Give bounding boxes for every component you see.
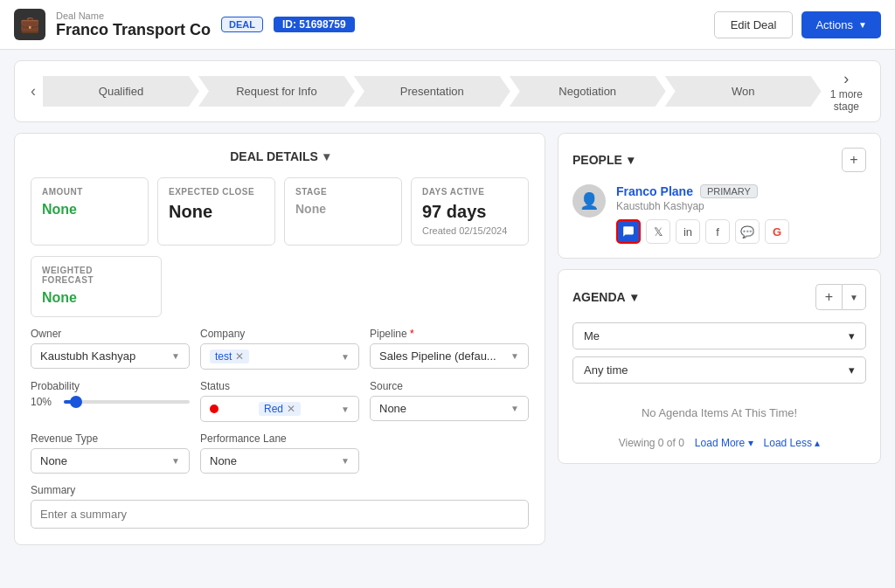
stage-presentation[interactable]: Presentation [354, 76, 510, 107]
probability-value: 10% [31, 396, 57, 408]
agenda-filter-time[interactable]: Any time ▾ [572, 356, 866, 384]
id-badge: ID: 51698759 [274, 17, 355, 32]
agenda-header: AGENDA ▾ + ▼ [572, 284, 866, 310]
summary-label: Summary [31, 484, 529, 496]
stage-value: None [295, 202, 391, 216]
agenda-card: AGENDA ▾ + ▼ Me ▾ Any time ▾ No Agenda I… [558, 269, 881, 464]
status-group: Status Red ✕ ▼ [200, 380, 359, 422]
facebook-icon[interactable]: f [705, 219, 730, 244]
more-stages[interactable]: › 1 more stage [822, 70, 871, 113]
add-agenda-dropdown-button[interactable]: ▼ [842, 284, 866, 310]
revenue-type-value: None [40, 454, 67, 467]
chevron-down-icon: ▼ [510, 404, 519, 413]
company-label: Company [200, 328, 359, 340]
company-group: Company test ✕ ▼ [200, 328, 359, 370]
revenue-type-select[interactable]: None ▼ [31, 448, 190, 474]
actions-button[interactable]: Actions ▼ [801, 11, 881, 38]
header-title-block: Deal Name Franco Transport Co [56, 10, 211, 39]
people-card: PEOPLE ▾ + 👤 Franco Plane PRIMARY Kaustu… [558, 133, 881, 259]
avatar: 👤 [572, 184, 606, 218]
add-agenda-button-group: + ▼ [815, 284, 866, 310]
deal-name: Franco Transport Co [56, 21, 211, 39]
owner-select[interactable]: Kaustubh Kashyap ▼ [31, 343, 190, 369]
owner-label: Owner [31, 328, 190, 340]
probability-label: Probability [31, 380, 190, 392]
actions-label: Actions [815, 18, 853, 31]
primary-badge: PRIMARY [700, 184, 758, 198]
amount-label: AMOUNT [42, 187, 137, 197]
agenda-filter-time-label: Any time [584, 363, 628, 377]
more-stages-label: 1 more [830, 88, 863, 100]
stage-won[interactable]: Won [665, 76, 822, 107]
performance-lane-select[interactable]: None ▼ [200, 448, 359, 474]
created-date: Created 02/15/2024 [422, 225, 517, 236]
status-label: Status [200, 380, 359, 392]
google-icon[interactable]: G [765, 219, 789, 244]
linkedin-icon[interactable]: in [676, 219, 700, 244]
weighted-forecast-metric[interactable]: WEIGHTEDFORECAST None [31, 256, 162, 317]
expected-close-metric[interactable]: EXPECTED CLOSE None [157, 177, 275, 246]
probability-group: Probability 10% [31, 380, 190, 408]
more-stages-sub: stage [834, 100, 859, 113]
pipeline-select[interactable]: Sales Pipeline (defau... ▼ [370, 343, 529, 369]
status-select[interactable]: Red ✕ ▼ [200, 396, 359, 422]
chevron-down-icon: ▼ [341, 456, 350, 466]
performance-lane-group: Performance Lane None ▼ [200, 432, 359, 474]
pipeline-value: Sales Pipeline (defau... [379, 349, 496, 363]
form-row-owner: Owner Kaustubh Kashyap ▼ Company test ✕ … [31, 328, 529, 370]
deal-details-title-text: DEAL DETAILS [230, 149, 318, 163]
revenue-type-label: Revenue Type [31, 432, 190, 445]
chevron-down-icon: ▾ [631, 290, 637, 304]
deal-badge: DEAL [221, 17, 263, 32]
chevron-down-icon: ▾ [323, 149, 330, 163]
load-less-link[interactable]: Load Less ▴ [764, 437, 821, 449]
right-panel: PEOPLE ▾ + 👤 Franco Plane PRIMARY Kaustu… [558, 133, 881, 545]
amount-value: None [42, 202, 137, 218]
chat-icon[interactable]: 💬 [735, 219, 760, 244]
owner-value: Kaustubh Kashyap [40, 349, 135, 363]
load-more-text: Load More [695, 437, 745, 449]
pipeline-prev-button[interactable]: ‹ [24, 82, 43, 100]
people-title-text: PEOPLE [572, 153, 622, 167]
edit-deal-button[interactable]: Edit Deal [714, 11, 794, 38]
metrics-row-1: AMOUNT None EXPECTED CLOSE None STAGE No… [31, 177, 529, 246]
amount-metric[interactable]: AMOUNT None [31, 177, 149, 246]
header-right: Edit Deal Actions ▼ [714, 11, 881, 38]
sms-icon[interactable] [616, 219, 641, 244]
person-name[interactable]: Franco Plane [616, 184, 693, 198]
header: 💼 Deal Name Franco Transport Co DEAL ID:… [0, 0, 895, 50]
stage-negotiation[interactable]: Negotiation [510, 76, 666, 107]
chevron-right-icon: › [843, 70, 849, 88]
source-group: Source None ▼ [370, 380, 529, 421]
person-subtitle: Kaustubh Kashyap [616, 200, 866, 212]
stage-qualified[interactable]: Qualified [43, 76, 199, 107]
add-agenda-button[interactable]: + [815, 284, 842, 310]
company-select[interactable]: test ✕ ▼ [200, 343, 359, 370]
probability-slider-thumb[interactable] [70, 396, 82, 408]
agenda-filter-me[interactable]: Me ▾ [572, 322, 866, 349]
load-more-link[interactable]: Load More ▾ [695, 437, 753, 449]
chevron-down-icon: ▼ [510, 351, 519, 361]
stage-metric[interactable]: STAGE None [284, 177, 402, 246]
performance-lane-value: None [210, 454, 237, 467]
deal-label: Deal Name [56, 10, 211, 21]
pipeline-group: Pipeline * Sales Pipeline (defau... ▼ [370, 328, 529, 369]
form-row-revenue: Revenue Type None ▼ Performance Lane Non… [31, 432, 529, 474]
days-active-value: 97 days [422, 202, 517, 222]
add-person-button[interactable]: + [842, 148, 866, 172]
briefcase-icon: 💼 [14, 9, 45, 40]
social-icons: 𝕏 in f 💬 G [616, 219, 866, 244]
probability-row: 10% [31, 396, 190, 408]
pipeline-label: Pipeline * [370, 328, 529, 340]
status-tag: Red ✕ [259, 402, 301, 416]
stage-request-for-info[interactable]: Request for Info [198, 76, 355, 107]
chevron-down-icon: ▼ [171, 456, 180, 466]
remove-status-icon[interactable]: ✕ [287, 403, 295, 415]
summary-input[interactable] [31, 500, 529, 529]
source-select[interactable]: None ▼ [370, 396, 529, 421]
company-tag-value: test [215, 350, 232, 363]
remove-company-icon[interactable]: ✕ [235, 350, 244, 363]
agenda-title: AGENDA ▾ [572, 290, 637, 304]
agenda-footer: Viewing 0 of 0 Load More ▾ Load Less ▴ [572, 437, 866, 449]
twitter-icon[interactable]: 𝕏 [646, 219, 670, 244]
